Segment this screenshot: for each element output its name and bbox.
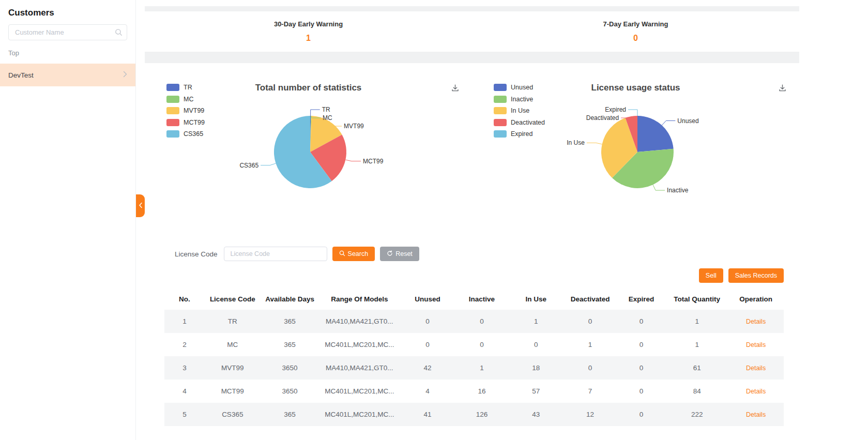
table-cell: 41: [400, 403, 455, 426]
pie-label-line: [653, 185, 665, 190]
charts-row: Total number of statistics TRMCMVT99MCT9…: [145, 63, 799, 241]
pie-label-line: [345, 160, 361, 161]
legend-item-cs365[interactable]: CS365: [166, 129, 205, 139]
pie-label-cs365: CS365: [239, 162, 258, 169]
column-header-total-quantity: Total Quantity: [666, 288, 728, 310]
table-cell: 0: [616, 310, 666, 333]
table-cell: 0: [564, 356, 617, 380]
legend-swatch: [166, 84, 179, 91]
table-cell: 365: [261, 310, 319, 333]
details-link[interactable]: Details: [746, 365, 766, 372]
license-code-label: License Code: [175, 250, 218, 258]
table-cell-operation: Details: [728, 403, 784, 426]
table-cell: 18: [508, 356, 564, 380]
legend-item-mct99[interactable]: MCT99: [166, 118, 205, 127]
reset-button[interactable]: Reset: [380, 247, 419, 261]
table-cell: MVT99: [205, 356, 261, 380]
legend-label: CS365: [184, 130, 203, 138]
legend-item-tr[interactable]: TR: [166, 83, 205, 92]
customer-item-label: DevTest: [8, 71, 34, 79]
legend-item-expired[interactable]: Expired: [494, 129, 545, 139]
search-button[interactable]: Search: [332, 247, 375, 261]
legend-swatch: [494, 119, 507, 126]
table-cell: 0: [564, 310, 617, 333]
legend-item-mc[interactable]: MC: [166, 95, 205, 104]
details-link[interactable]: Details: [746, 318, 766, 325]
customer-search-input[interactable]: [8, 24, 127, 40]
sell-button[interactable]: Sell: [699, 268, 723, 283]
table-body: 1TR365MA410,MA421,GT0...001001Details2MC…: [164, 310, 784, 426]
legend-item-deactivated[interactable]: Deactivated: [494, 118, 545, 127]
legend-item-inactive[interactable]: Inactive: [494, 95, 545, 104]
sales-records-button[interactable]: Sales Records: [728, 268, 784, 283]
table-cell: MCT99: [205, 380, 261, 403]
early-warning-card: 30-Day Early Warning 1 7-Day Early Warni…: [145, 11, 799, 52]
table-cell: 0: [616, 380, 666, 403]
legend-swatch: [166, 107, 179, 114]
legend-swatch: [166, 119, 179, 126]
sidebar-title: Customers: [8, 8, 127, 18]
table-cell: 57: [508, 380, 564, 403]
table-cell: TR: [205, 310, 261, 333]
table-cell: 126: [455, 403, 508, 426]
pie-slice-unused[interactable]: [637, 116, 674, 152]
refresh-icon: [387, 250, 393, 258]
sidebar-item-devtest[interactable]: DevTest: [0, 64, 135, 86]
table-cell: 1: [164, 310, 205, 333]
pie-label-deactivated: Deactivated: [586, 114, 619, 122]
legend-label: Inactive: [511, 96, 533, 103]
table-cell: 3: [164, 356, 205, 380]
column-header-operation: Operation: [728, 288, 784, 310]
chart-license-usage: License usage status UnusedInactiveIn Us…: [472, 63, 799, 241]
table-row-mc: 2MC365MC401L,MC201,MC...000101Details: [164, 333, 784, 356]
pie-label-line: [311, 110, 320, 116]
license-panel: Total number of statistics TRMCMVT99MCT9…: [145, 63, 799, 440]
pie-label-unused: Unused: [677, 117, 698, 125]
table-cell: 7: [564, 380, 617, 403]
table-cell: 1: [564, 333, 617, 356]
chevron-left-icon: [139, 201, 143, 210]
column-header-license-code: License Code: [205, 288, 261, 310]
pie-label-mc: MC: [323, 114, 332, 122]
license-table: No.License CodeAvailable DaysRange Of Mo…: [164, 288, 784, 426]
table-cell: 0: [616, 356, 666, 380]
table-cell: MC401L,MC201,MC...: [319, 333, 400, 356]
table-cell: 365: [261, 403, 319, 426]
table-row-cs365: 5CS365365MC401L,MC201,MC...4112643120222…: [164, 403, 784, 426]
legend-item-unused[interactable]: Unused: [494, 83, 545, 92]
warning-7-day: 7-Day Early Warning 0: [472, 11, 799, 52]
table-actions-row: Sell Sales Records: [145, 268, 799, 283]
pie-label-in-use: In Use: [567, 139, 585, 146]
table-cell: MC: [205, 333, 261, 356]
legend-swatch: [494, 130, 507, 138]
legend-item-mvt99[interactable]: MVT99: [166, 106, 205, 115]
sidebar-collapse-button[interactable]: [136, 194, 145, 217]
legend-swatch: [494, 84, 507, 91]
legend-label: Unused: [511, 84, 533, 91]
details-link[interactable]: Details: [746, 341, 766, 348]
legend-swatch: [166, 96, 179, 103]
table-cell: 1: [508, 310, 564, 333]
details-link[interactable]: Details: [746, 411, 766, 418]
column-header-available-days: Available Days: [261, 288, 319, 310]
table-cell: 0: [400, 310, 455, 333]
search-icon: [115, 28, 123, 38]
pie-label-mct99: MCT99: [363, 158, 384, 165]
pie-label-line: [628, 110, 637, 116]
legend-label: TR: [184, 84, 192, 91]
spacer: [145, 6, 799, 11]
sales-records-button-label: Sales Records: [735, 272, 777, 279]
column-header-inactive: Inactive: [455, 288, 508, 310]
legend-label: Deactivated: [511, 119, 545, 126]
details-link[interactable]: Details: [746, 388, 766, 395]
license-code-input[interactable]: [224, 247, 327, 261]
search-button-label: Search: [348, 250, 369, 257]
main-content: 30-Day Early Warning 1 7-Day Early Warni…: [136, 0, 868, 440]
warning-30-day: 30-Day Early Warning 1: [145, 11, 472, 52]
table-cell: 42: [400, 356, 455, 380]
table-cell: 2: [164, 333, 205, 356]
legend-label: In Use: [511, 107, 529, 114]
legend-item-in-use[interactable]: In Use: [494, 106, 545, 115]
table-row-mct99: 4MCT993650MC401L,MC201,MC...416577084Det…: [164, 380, 784, 403]
customers-sidebar: Customers Top DevTest: [0, 0, 136, 440]
